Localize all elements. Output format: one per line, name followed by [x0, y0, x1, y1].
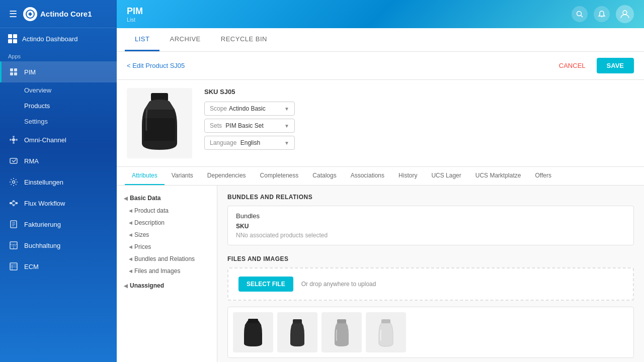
- ecm-label: ECM: [24, 263, 39, 270]
- sidebar-item-products[interactable]: Products: [0, 98, 117, 114]
- nav-item-bundles[interactable]: ◀ Bundles and Relations: [117, 253, 217, 265]
- main-content: PIM List: [117, 0, 644, 362]
- tab-list[interactable]: LIST: [125, 28, 159, 51]
- nav-section-unassigned: ◀ Unassigned: [117, 279, 217, 292]
- svg-point-15: [13, 181, 15, 184]
- bundles-title: Bundles: [236, 212, 625, 220]
- sidebar-item-ecm[interactable]: ECM: [0, 256, 117, 277]
- thumb-2[interactable]: [277, 312, 317, 352]
- tab-dependencies[interactable]: Dependencies: [200, 167, 253, 185]
- page-title-area: PIM List: [127, 6, 143, 23]
- select-group: ScopeActindo Basic ▼ Sets PIM Basic Set …: [204, 102, 634, 150]
- product-controls: SKU SJ05 ScopeActindo Basic ▼ Sets PIM B…: [204, 88, 634, 150]
- sidebar-item-buchhaltung[interactable]: Buchhaltung: [0, 235, 117, 256]
- product-info-row: SKU SJ05 ScopeActindo Basic ▼ Sets PIM B…: [117, 80, 644, 167]
- topbar: PIM List: [117, 0, 644, 28]
- nav-section-basicdata-title[interactable]: ◀ Basic Data: [117, 192, 217, 205]
- logo-area: Actindo Core1: [23, 7, 92, 21]
- einstellungen-icon: [8, 176, 19, 188]
- sidebar-item-settings[interactable]: Settings: [0, 114, 117, 129]
- cancel-button[interactable]: CANCEL: [553, 59, 592, 72]
- sets-select[interactable]: Sets PIM Basic Set ▼: [204, 119, 295, 133]
- scope-select[interactable]: ScopeActindo Basic ▼: [204, 102, 295, 116]
- product-image: [127, 88, 192, 158]
- sidebar-item-omnichannel[interactable]: Omni-Channel: [0, 129, 117, 150]
- svg-rect-42: [248, 319, 258, 323]
- page-subtitle: List: [127, 17, 143, 23]
- main-tabs: LIST ARCHIVE RECYCLE BIN: [117, 28, 644, 52]
- nav-section-unassigned-title[interactable]: ◀ Unassigned: [117, 279, 217, 292]
- tab-archive[interactable]: ARCHIVE: [159, 28, 210, 51]
- basicdata-label: Basic Data: [130, 195, 160, 202]
- notification-icon-btn[interactable]: [594, 6, 610, 22]
- description-chevron-icon: ◀: [129, 220, 132, 225]
- bundles-empty-text: NNo associated products selected: [236, 232, 625, 239]
- search-icon-btn[interactable]: [572, 6, 588, 22]
- tab-attributes[interactable]: Attributes: [125, 167, 165, 185]
- tab-recycle[interactable]: RECYCLE BIN: [211, 28, 277, 51]
- nav-item-prices[interactable]: ◀ Prices: [117, 241, 217, 253]
- sidebar-item-einstellungen[interactable]: Einstellungen: [0, 171, 117, 193]
- fakturierung-icon: [8, 219, 19, 230]
- user-avatar-btn[interactable]: [616, 5, 634, 23]
- save-button[interactable]: SAVE: [597, 58, 634, 73]
- sidebar-item-pim[interactable]: PIM: [0, 61, 117, 82]
- tab-ucs-lager[interactable]: UCS Lager: [424, 167, 468, 185]
- sku-label: SKU SJ05: [204, 88, 634, 96]
- svg-rect-45: [381, 319, 390, 323]
- thumb-1[interactable]: [233, 312, 273, 352]
- nav-section-basicdata: ◀ Basic Data ◀ Product data ◀ Descriptio…: [117, 192, 217, 277]
- sku-value: SJ05: [220, 88, 235, 96]
- nav-item-description[interactable]: ◀ Description: [117, 217, 217, 229]
- sets-value: PIM Basic Set: [225, 122, 263, 129]
- svg-rect-18: [13, 204, 15, 206]
- upload-text: Or drop anywhere to upload: [301, 281, 376, 288]
- hamburger-icon[interactable]: ☰: [7, 7, 19, 22]
- tab-ucs-marktplatze[interactable]: UCS Marktplatze: [468, 167, 528, 185]
- bundles-sku: SKU: [236, 223, 625, 230]
- nav-item-files[interactable]: ◀ Files and Images: [117, 265, 217, 277]
- description-label: Description: [134, 219, 165, 226]
- content-area: < Edit Product SJ05 CANCEL SAVE: [117, 52, 644, 362]
- app-name: Actindo Core1: [40, 10, 92, 18]
- tab-variants[interactable]: Variants: [165, 167, 200, 185]
- sidebar-item-fakturierung[interactable]: Fakturierung: [0, 214, 117, 235]
- svg-rect-41: [144, 118, 175, 141]
- tab-catalogs[interactable]: Catalogs: [305, 167, 343, 185]
- sets-label: Sets: [210, 122, 222, 129]
- tab-associations[interactable]: Associations: [344, 167, 391, 185]
- sidebar-item-rma[interactable]: RMA: [0, 150, 117, 171]
- settings-label: Settings: [24, 118, 48, 125]
- svg-rect-14: [10, 158, 17, 163]
- language-select[interactable]: Language English ▼: [204, 136, 295, 150]
- nav-item-productdata[interactable]: ◀ Product data: [117, 205, 217, 217]
- basicdata-chevron-icon: ◀: [124, 196, 128, 201]
- svg-rect-16: [10, 202, 12, 204]
- left-nav: ◀ Basic Data ◀ Product data ◀ Descriptio…: [117, 186, 217, 362]
- omni-icon: [8, 134, 19, 145]
- sets-chevron-icon: ▼: [284, 123, 289, 129]
- language-chevron-icon: ▼: [284, 140, 289, 146]
- sizes-label: Sizes: [134, 231, 149, 238]
- flux-icon: [8, 198, 19, 209]
- tab-completeness[interactable]: Completeness: [253, 167, 306, 185]
- prices-label: Prices: [134, 243, 151, 250]
- svg-rect-17: [13, 200, 15, 202]
- sidebar-item-flux[interactable]: Flux Workflow: [0, 193, 117, 214]
- select-file-button[interactable]: SELECT FILE: [238, 277, 293, 292]
- thumb-4[interactable]: [366, 312, 406, 352]
- sidebar-item-overview[interactable]: Overview: [0, 82, 117, 98]
- dashboard-label: Actindo Dashboard: [22, 35, 78, 43]
- back-link[interactable]: < Edit Product SJ05: [127, 62, 185, 69]
- sidebar-item-dashboard[interactable]: Actindo Dashboard: [0, 28, 117, 49]
- scope-chevron-icon: ▼: [284, 106, 289, 112]
- pim-sub-items: Overview Products Settings: [0, 82, 117, 129]
- thumb-3[interactable]: [321, 312, 362, 352]
- svg-rect-4: [14, 72, 17, 75]
- tab-offers[interactable]: Offers: [528, 167, 558, 185]
- svg-rect-2: [14, 68, 17, 71]
- tab-history[interactable]: History: [391, 167, 424, 185]
- language-label: Language: [210, 139, 236, 146]
- nav-item-sizes[interactable]: ◀ Sizes: [117, 229, 217, 241]
- prices-chevron-icon: ◀: [129, 244, 132, 249]
